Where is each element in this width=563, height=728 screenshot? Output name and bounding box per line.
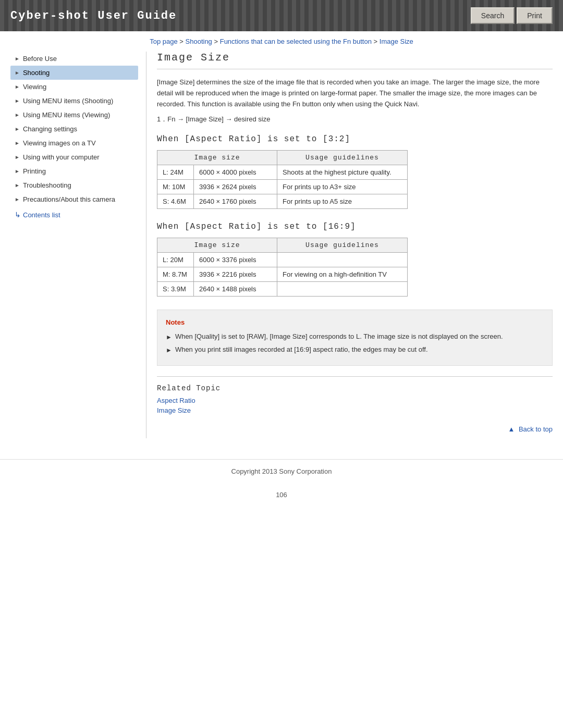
section1-title: When [Aspect Ratio] is set to [3:2] xyxy=(157,134,553,144)
table1-row2-size: M: 10M xyxy=(157,180,194,194)
section2-title: When [Aspect Ratio] is set to [16:9] xyxy=(157,222,553,231)
table-row: S: 4.6M 2640 × 1760 pixels For prints up… xyxy=(157,194,408,209)
table-169: Image size Usage guidelines L: 20M 6000 … xyxy=(157,238,408,297)
sidebar-item-printing[interactable]: ► Printing xyxy=(10,164,138,178)
copyright-text: Copyright 2013 Sony Corporation xyxy=(231,467,332,475)
breadcrumb-link-shooting[interactable]: Shooting xyxy=(186,38,212,45)
related-topic-title: Related Topic xyxy=(157,384,553,392)
back-to-top-label: Back to top xyxy=(519,425,553,433)
note-bullet-icon: ► xyxy=(166,346,172,355)
table-row: L: 20M 6000 × 3376 pixels xyxy=(157,253,408,267)
sidebar-arrow-icon: ► xyxy=(15,112,20,118)
table1-header-size: Image size xyxy=(157,151,277,165)
table1-row3-size: S: 4.6M xyxy=(157,194,194,209)
related-link-image-size[interactable]: Image Size xyxy=(157,406,553,414)
sidebar-arrow-icon: ► xyxy=(15,70,20,76)
sidebar-arrow-icon: ► xyxy=(15,56,20,61)
note-text-1: When [Quality] is set to [RAW], [Image S… xyxy=(175,331,503,342)
table2-header-usage: Usage guidelines xyxy=(277,238,408,253)
table2-row2-size: M: 8.7M xyxy=(157,267,194,282)
notes-section: Notes ► When [Quality] is set to [RAW], … xyxy=(157,310,553,365)
sidebar-item-troubleshooting[interactable]: ► Troubleshooting xyxy=(10,178,138,192)
table2-row3-usage xyxy=(277,282,408,297)
table2-row3-pixels: 2640 × 1488 pixels xyxy=(194,282,277,297)
table1-header-usage: Usage guidelines xyxy=(277,151,408,165)
breadcrumb-separator: > xyxy=(214,38,219,45)
sidebar-item-changing-settings[interactable]: ► Changing settings xyxy=(10,122,138,136)
search-button[interactable]: Search xyxy=(471,7,515,24)
back-to-top-link[interactable]: ▲ Back to top xyxy=(508,425,553,433)
sidebar-item-viewing[interactable]: ► Viewing xyxy=(10,80,138,94)
table1-row1-usage: Shoots at the highest picture quality. xyxy=(277,165,408,180)
sidebar-item-viewing-tv[interactable]: ► Viewing images on a TV xyxy=(10,136,138,150)
note-text-2: When you print still images recorded at … xyxy=(175,344,428,355)
main-layout: ► Before Use ► Shooting ► Viewing ► Usin… xyxy=(0,52,563,449)
related-topic: Related Topic Aspect Ratio Image Size xyxy=(157,376,553,414)
header: Cyber-shot User Guide Search Print xyxy=(0,0,563,31)
table-row: M: 8.7M 3936 × 2216 pixels For viewing o… xyxy=(157,267,408,282)
main-content: Image Size [Image Size] determines the s… xyxy=(146,52,553,438)
sidebar-arrow-icon: ► xyxy=(15,196,20,202)
table2-row1-usage xyxy=(277,253,408,267)
breadcrumb-separator: > xyxy=(179,38,185,45)
header-buttons: Search Print xyxy=(471,7,553,24)
sidebar-item-menu-viewing[interactable]: ► Using MENU items (Viewing) xyxy=(10,108,138,122)
sidebar-arrow-icon: ► xyxy=(15,84,20,90)
contents-list-icon: ↳ xyxy=(15,211,21,219)
sidebar-arrow-icon: ► xyxy=(15,168,20,174)
sidebar-arrow-icon: ► xyxy=(15,126,20,132)
sidebar-item-shooting[interactable]: ► Shooting xyxy=(10,66,138,80)
table-row: S: 3.9M 2640 × 1488 pixels xyxy=(157,282,408,297)
contents-list-link[interactable]: ↳ Contents list xyxy=(10,206,138,223)
sidebar-item-menu-shooting[interactable]: ► Using MENU items (Shooting) xyxy=(10,94,138,108)
sidebar-arrow-icon: ► xyxy=(15,154,20,160)
sidebar-arrow-icon: ► xyxy=(15,98,20,104)
notes-title: Notes xyxy=(166,317,544,328)
back-arrow-icon: ▲ xyxy=(508,425,515,433)
back-to-top: ▲ Back to top xyxy=(157,425,553,433)
note-bullet-icon: ► xyxy=(166,332,172,342)
sidebar-item-computer[interactable]: ► Using with your computer xyxy=(10,150,138,164)
sidebar-arrow-icon: ► xyxy=(15,140,20,146)
breadcrumb-link-image-size[interactable]: Image Size xyxy=(380,38,413,45)
sidebar-item-precautions[interactable]: ► Precautions/About this camera xyxy=(10,192,138,206)
breadcrumb-link-functions[interactable]: Functions that can be selected using the… xyxy=(220,38,372,45)
table2-row2-usage: For viewing on a high-definition TV xyxy=(277,267,408,282)
related-link-aspect-ratio[interactable]: Aspect Ratio xyxy=(157,397,553,404)
sidebar: ► Before Use ► Shooting ► Viewing ► Usin… xyxy=(10,52,146,438)
table-row: L: 24M 6000 × 4000 pixels Shoots at the … xyxy=(157,165,408,180)
table2-row1-size: L: 20M xyxy=(157,253,194,267)
page-number: 106 xyxy=(0,491,563,499)
page-title: Image Size xyxy=(157,52,553,69)
breadcrumb-link-top[interactable]: Top page xyxy=(150,38,178,45)
table2-row3-size: S: 3.9M xyxy=(157,282,194,297)
app-title: Cyber-shot User Guide xyxy=(10,9,177,22)
table1-row3-usage: For prints up to A5 size xyxy=(277,194,408,209)
table1-row3-pixels: 2640 × 1760 pixels xyxy=(194,194,277,209)
sidebar-arrow-icon: ► xyxy=(15,182,20,188)
table1-row1-pixels: 6000 × 4000 pixels xyxy=(194,165,277,180)
breadcrumb: Top page > Shooting > Functions that can… xyxy=(0,31,563,52)
table1-row1-size: L: 24M xyxy=(157,165,194,180)
table2-row1-pixels: 6000 × 3376 pixels xyxy=(194,253,277,267)
table-row: M: 10M 3936 × 2624 pixels For prints up … xyxy=(157,180,408,194)
table2-row2-pixels: 3936 × 2216 pixels xyxy=(194,267,277,282)
table2-header-size: Image size xyxy=(157,238,277,253)
footer: Copyright 2013 Sony Corporation xyxy=(0,459,563,483)
table1-row2-usage: For prints up to A3+ size xyxy=(277,180,408,194)
breadcrumb-separator: > xyxy=(374,38,380,45)
note-item-2: ► When you print still images recorded a… xyxy=(166,344,544,355)
step-text: 1．Fn → [Image Size] → desired size xyxy=(157,115,553,124)
sidebar-item-before-use[interactable]: ► Before Use xyxy=(10,52,138,66)
description-text: [Image Size] determines the size of the … xyxy=(157,77,553,109)
note-item-1: ► When [Quality] is set to [RAW], [Image… xyxy=(166,331,544,342)
table-32: Image size Usage guidelines L: 24M 6000 … xyxy=(157,150,408,209)
print-button[interactable]: Print xyxy=(517,7,553,24)
table1-row2-pixels: 3936 × 2624 pixels xyxy=(194,180,277,194)
